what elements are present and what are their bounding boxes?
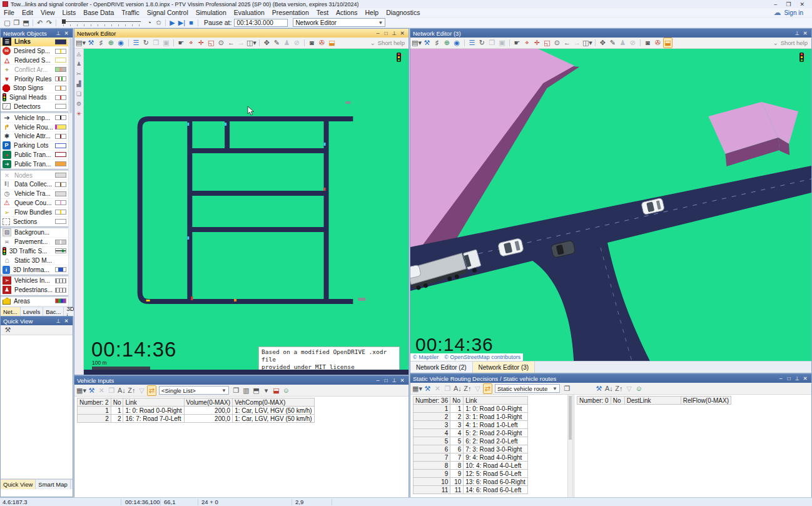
close-icon[interactable]: ✕: [801, 30, 809, 36]
network-object-item[interactable]: ✦Conflict Ar...: [1, 65, 68, 74]
magnifier-icon[interactable]: ⊙: [552, 38, 562, 48]
scrollbar[interactable]: [68, 38, 73, 306]
toggle-3d-icon[interactable]: ⬓: [327, 38, 337, 48]
menu-file[interactable]: File: [0, 8, 18, 17]
column-header[interactable]: Number: 0: [577, 397, 611, 405]
forward-icon[interactable]: →: [236, 38, 246, 48]
network-object-item[interactable]: ◷Vehicle Tra...: [1, 190, 68, 199]
column-header[interactable]: RelFlow(0-MAX): [681, 397, 731, 405]
filter-icon[interactable]: ▽: [624, 384, 634, 393]
maximize-icon[interactable]: □: [382, 30, 390, 36]
close-icon[interactable]: ✕: [398, 377, 406, 383]
duplicate-icon[interactable]: ❐: [107, 386, 116, 395]
minimize-icon[interactable]: –: [777, 375, 784, 382]
back-icon[interactable]: ←: [562, 38, 572, 48]
screenshot-icon[interactable]: ◙: [307, 38, 317, 48]
restore-button[interactable]: ❐: [786, 1, 791, 8]
close-icon[interactable]: ✕: [63, 318, 70, 324]
menu-simulation[interactable]: Simulation: [192, 8, 230, 17]
speed-slider[interactable]: [62, 19, 141, 26]
column-header[interactable]: No: [611, 397, 624, 405]
editor-tab-network-editor-3-[interactable]: Network Editor (3): [473, 362, 535, 373]
chevron-down-icon[interactable]: ⌄: [773, 39, 778, 46]
simulation-speed-icon[interactable]: ◔: [145, 18, 154, 28]
menu-base-data[interactable]: Base Data: [79, 8, 118, 17]
editor-tab-network-editor-2-[interactable]: Network Editor (2): [410, 362, 473, 373]
node-network-icon[interactable]: ✳: [76, 111, 81, 117]
table-row[interactable]: 111114: 6: Road 6-0-Left: [414, 486, 528, 494]
pin-icon[interactable]: ⊥: [793, 30, 801, 36]
network-object-item[interactable]: ●Public Tran...: [1, 151, 68, 160]
select-mode-icon[interactable]: ☛: [176, 38, 186, 48]
sort-az-icon[interactable]: A↓: [604, 384, 614, 393]
network-object-item[interactable]: ✱Vehicle Attr...: [1, 132, 68, 141]
save-icon[interactable]: ⬒: [21, 18, 31, 28]
sort-za-icon[interactable]: Z↑: [463, 384, 472, 393]
pan-icon[interactable]: ✥: [598, 38, 607, 48]
column-header[interactable]: DestLink: [624, 397, 681, 405]
filter-icon[interactable]: ▽: [473, 384, 482, 393]
paste-icon[interactable]: ▣: [497, 38, 507, 48]
network-object-item[interactable]: i3D Informa...: [1, 265, 68, 275]
no-edit-icon[interactable]: ⊘: [628, 38, 637, 48]
globe-icon[interactable]: ⊕: [442, 38, 452, 48]
table-row[interactable]: 334: 1: Road 1-0-Left: [414, 421, 528, 429]
toggle-3d-icon[interactable]: ⬓: [663, 38, 672, 48]
menu-diagnostics[interactable]: Diagnostics: [382, 8, 424, 17]
network-object-item[interactable]: ‖|Data Collec...: [1, 180, 68, 190]
network-object-item[interactable]: ➔Public Tran...: [1, 159, 68, 169]
network-object-item[interactable]: PParking Lots: [1, 141, 68, 151]
network-object-item[interactable]: ⚠Queue Cou...: [1, 199, 68, 208]
network-object-item[interactable]: ➢Flow Bundles: [1, 208, 68, 217]
map-marker-icon[interactable]: ◉: [116, 38, 126, 48]
play-icon[interactable]: ▶: [168, 18, 177, 28]
table-row[interactable]: 445: 2: Road 2-0-Right: [414, 429, 528, 437]
delete-icon[interactable]: ✕: [97, 386, 106, 395]
map-marker-icon[interactable]: ◉: [452, 38, 462, 48]
network-object-item[interactable]: ⌂Static 3D M...: [1, 256, 68, 265]
measure-icon[interactable]: ✎: [272, 38, 282, 48]
tab-net-[interactable]: Net...: [1, 307, 21, 316]
quick-mode-icon[interactable]: ✩: [154, 18, 163, 28]
parking-stack-icon[interactable]: ❏: [76, 91, 81, 97]
redo-icon[interactable]: ↷: [44, 18, 54, 28]
close-icon[interactable]: ✕: [398, 30, 406, 36]
tab-quick-view[interactable]: Quick View: [1, 480, 36, 489]
network-object-item[interactable]: ➢Vehicles In...: [1, 276, 68, 286]
pedestrian-mode-icon[interactable]: ♟: [618, 38, 627, 48]
slider-handle[interactable]: [62, 19, 66, 24]
pin-icon[interactable]: ⊥: [54, 30, 62, 36]
maximize-icon[interactable]: □: [382, 377, 390, 383]
sort-za-icon[interactable]: Z↑: [127, 386, 136, 395]
network-object-item[interactable]: ≍Pavement...: [1, 238, 68, 247]
link-tool-icon[interactable]: ◬: [77, 51, 81, 57]
network-object-item[interactable]: 3D Traffic S...: [1, 247, 68, 256]
wrench-icon[interactable]: ⚒: [422, 38, 432, 48]
menu-traffic[interactable]: Traffic: [118, 8, 143, 17]
menu-signal-control[interactable]: Signal Control: [143, 8, 192, 17]
tab-smart-map[interactable]: Smart Map: [36, 480, 70, 489]
side-panel-icon[interactable]: ☰: [131, 38, 141, 48]
table-row[interactable]: 8810: 4: Road 4-0-Left: [414, 462, 528, 470]
column-header[interactable]: Number: 36: [414, 397, 450, 405]
database-icon[interactable]: ▥: [241, 386, 251, 395]
table-row[interactable]: 556: 2: Road 2-0-Left: [414, 437, 528, 445]
table-row[interactable]: 111: 0: Road 0-0-Right200,01: Car, LGV, …: [78, 407, 315, 415]
wrench-icon[interactable]: ⚒: [87, 386, 96, 395]
new-file-icon[interactable]: ▢: [3, 18, 12, 28]
duplicate-icon[interactable]: ❐: [443, 384, 452, 393]
camera-position-icon[interactable]: ◫▾: [246, 38, 256, 48]
add-user-icon[interactable]: ☺: [634, 384, 644, 393]
pedestrian-mode-icon[interactable]: ♟: [282, 38, 292, 48]
column-header[interactable]: Link: [464, 397, 528, 405]
filter-icon[interactable]: ▽: [137, 386, 146, 395]
undo-icon[interactable]: ↶: [35, 18, 44, 28]
osm-link[interactable]: © OpenStreetMap contributors: [444, 354, 520, 360]
zoom-cursor-icon[interactable]: ⌖: [522, 38, 532, 48]
network-editor-3d-canvas[interactable]: 00:14:36 © Maptiler © OpenStreetMap cont…: [410, 49, 811, 361]
network-object-item[interactable]: 50Desired Sp...: [1, 47, 68, 56]
zoom-extents-icon[interactable]: ✛: [196, 38, 206, 48]
open-file-icon[interactable]: ❐: [12, 18, 21, 28]
relation-select[interactable]: Static vehicle route▼: [495, 384, 560, 393]
save-dropdown-icon[interactable]: ▾: [261, 386, 271, 395]
